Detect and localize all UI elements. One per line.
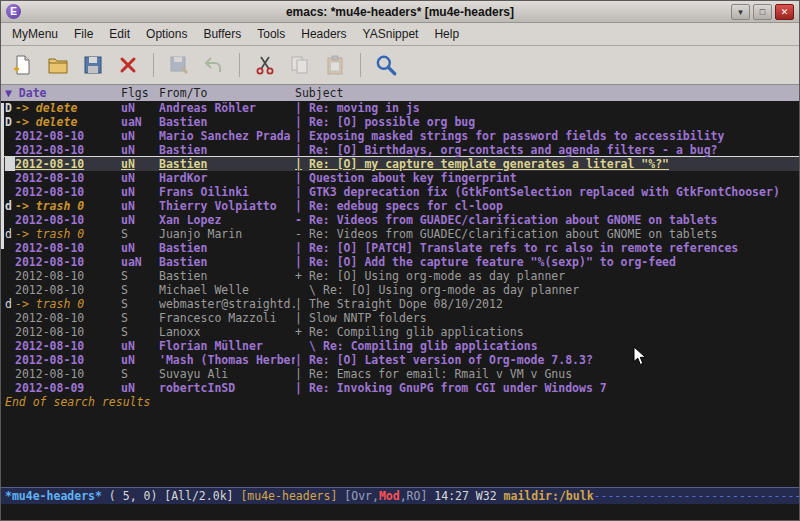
message-row[interactable]: 2012-08-10 S Bastien + Re: [O] Using org…: [1, 269, 799, 283]
mark-flag: [5, 311, 15, 325]
mark-flag: [5, 241, 15, 255]
message-from: 'Mash (Thomas Herbert): [159, 353, 295, 367]
message-subject: Re: Compiling glib applications: [309, 325, 524, 339]
message-row[interactable]: d -> trash 0 S webmaster@straightd... | …: [1, 297, 799, 311]
message-flags: uN: [121, 185, 159, 199]
thread-indicator: |: [295, 157, 309, 171]
message-from: Frans Oilinki: [159, 185, 295, 199]
message-flags: uN: [121, 353, 159, 367]
menu-buffers[interactable]: Buffers: [196, 24, 248, 44]
mark-flag: [5, 171, 15, 185]
mark-flag: [5, 283, 15, 297]
message-row[interactable]: d -> trash 0 uN Thierry Volpiatto | Re: …: [1, 199, 799, 213]
thread-indicator: |: [295, 171, 309, 185]
title-bar[interactable]: E emacs: *mu4e-headers* [mu4e-headers] ▾…: [1, 1, 799, 23]
scrollbar-thumb[interactable]: [1, 103, 4, 249]
column-header-flags[interactable]: Flgs: [121, 85, 159, 101]
message-row[interactable]: 2012-08-10 uN Bastien | Re: [O] [PATCH] …: [1, 241, 799, 255]
message-date: -> delete: [15, 115, 121, 129]
message-row[interactable]: 2012-08-10 uN Florian Müllner \ Re: Comp…: [1, 339, 799, 353]
message-row[interactable]: 2012-08-10 uN Bastien | Re: [O] my captu…: [1, 157, 799, 171]
maximize-button[interactable]: □: [753, 4, 772, 20]
modeline-major-mode: [mu4e-headers]: [240, 489, 337, 503]
message-row[interactable]: 2012-08-10 uN HardKor | Question about k…: [1, 171, 799, 185]
message-date: 2012-08-10: [15, 129, 121, 143]
new-file-button[interactable]: [9, 51, 37, 79]
close-button[interactable]: ✕: [775, 4, 794, 20]
thread-indicator: |: [295, 367, 309, 381]
menu-headers[interactable]: Headers: [294, 24, 353, 44]
message-row[interactable]: 2012-08-10 S Michael Welle \ Re: [O] Usi…: [1, 283, 799, 297]
cut-button[interactable]: [251, 51, 279, 79]
toolbar-separator: [360, 53, 361, 77]
message-row[interactable]: 2012-08-09 uN robertcInSD | Re: Invoking…: [1, 381, 799, 395]
message-row[interactable]: 2012-08-10 S Suvayu Ali | Re: Emacs for …: [1, 367, 799, 381]
paste-button[interactable]: [321, 51, 349, 79]
menu-tools[interactable]: Tools: [250, 24, 292, 44]
message-row[interactable]: 2012-08-10 uN 'Mash (Thomas Herbert) | R…: [1, 353, 799, 367]
message-row[interactable]: 2012-08-10 uN Bastien | Re: [O] Birthday…: [1, 143, 799, 157]
thread-indicator: |: [295, 129, 309, 143]
message-row[interactable]: 2012-08-10 uN Mario Sanchez Prada | Expo…: [1, 129, 799, 143]
undo-icon: [203, 54, 225, 76]
message-row[interactable]: 2012-08-10 uN Frans Oilinki | GTK3 depre…: [1, 185, 799, 199]
message-row[interactable]: d -> trash 0 S Juanjo Marin - Re: Videos…: [1, 227, 799, 241]
column-header-date[interactable]: ▼ Date: [5, 85, 121, 101]
message-subject: Re: [O] Latest version of Org-mode 7.8.3…: [309, 353, 593, 367]
mouse-cursor: [633, 346, 647, 366]
menu-file[interactable]: File: [67, 24, 100, 44]
message-row[interactable]: 2012-08-10 uN Xan Lopez - Re: Videos fro…: [1, 213, 799, 227]
message-flags: uN: [121, 199, 159, 213]
thread-indicator: +: [295, 325, 309, 339]
close-buffer-button[interactable]: [114, 51, 142, 79]
menu-yasnippet[interactable]: YASnippet: [356, 24, 426, 44]
undo-button[interactable]: [200, 51, 228, 79]
message-flags: uN: [121, 101, 159, 115]
menu-options[interactable]: Options: [139, 24, 194, 44]
message-subject: Re: edebug specs for cl-loop: [309, 199, 503, 213]
message-from: Francesco Mazzoli: [159, 311, 295, 325]
mark-flag: [5, 255, 15, 269]
message-subject: Question about key fingerprint: [309, 171, 517, 185]
message-subject: The Straight Dope 08/10/2012: [309, 297, 503, 311]
save-as-button[interactable]: [165, 51, 193, 79]
mode-line[interactable]: *mu4e-headers* ( 5, 0) [All/2.0k] [mu4e-…: [1, 487, 799, 504]
message-flags: S: [121, 297, 159, 311]
end-of-results: End of search results: [1, 395, 799, 409]
search-button[interactable]: [372, 51, 400, 79]
message-from: Bastien: [159, 115, 295, 129]
message-date: -> trash 0: [15, 297, 121, 311]
menu-mymenu[interactable]: MyMenu: [5, 24, 65, 44]
message-row[interactable]: D -> delete uN Andreas Röhler | Re: movi…: [1, 101, 799, 115]
column-header-from[interactable]: From/To: [159, 85, 295, 101]
message-row[interactable]: 2012-08-10 uaN Bastien | Re: [O] Add the…: [1, 255, 799, 269]
column-header-subject[interactable]: Subject: [295, 85, 799, 101]
menu-edit[interactable]: Edit: [102, 24, 137, 44]
message-date: 2012-08-10: [15, 311, 121, 325]
message-row[interactable]: D -> delete uaN Bastien | Re: [O] possib…: [1, 115, 799, 129]
copy-icon: [289, 54, 311, 76]
mark-flag: [5, 269, 15, 283]
message-row[interactable]: 2012-08-10 S Lanoxx + Re: Compiling glib…: [1, 325, 799, 339]
message-date: -> trash 0: [15, 227, 121, 241]
save-button[interactable]: [79, 51, 107, 79]
message-from: Bastien: [159, 255, 295, 269]
message-flags: S: [121, 283, 159, 297]
copy-button[interactable]: [286, 51, 314, 79]
message-subject: Re: moving in js: [309, 101, 420, 115]
message-row[interactable]: 2012-08-10 S Francesco Mazzoli | Slow NN…: [1, 311, 799, 325]
echo-area: [1, 504, 799, 520]
message-flags: uN: [121, 129, 159, 143]
message-flags: uaN: [121, 115, 159, 129]
minimize-button[interactable]: ▾: [731, 4, 750, 20]
message-subject: Re: [O] possible org bug: [309, 115, 475, 129]
toolbar-separator: [153, 53, 154, 77]
message-date: 2012-08-10: [15, 325, 121, 339]
message-from: Michael Welle: [159, 283, 295, 297]
message-from: Mario Sanchez Prada: [159, 129, 295, 143]
menu-help[interactable]: Help: [427, 24, 466, 44]
mark-flag: D: [5, 115, 15, 129]
message-subject: GTK3 deprecation fix (GtkFontSelection r…: [309, 185, 780, 199]
message-date: 2012-08-10: [15, 185, 121, 199]
open-file-button[interactable]: [44, 51, 72, 79]
